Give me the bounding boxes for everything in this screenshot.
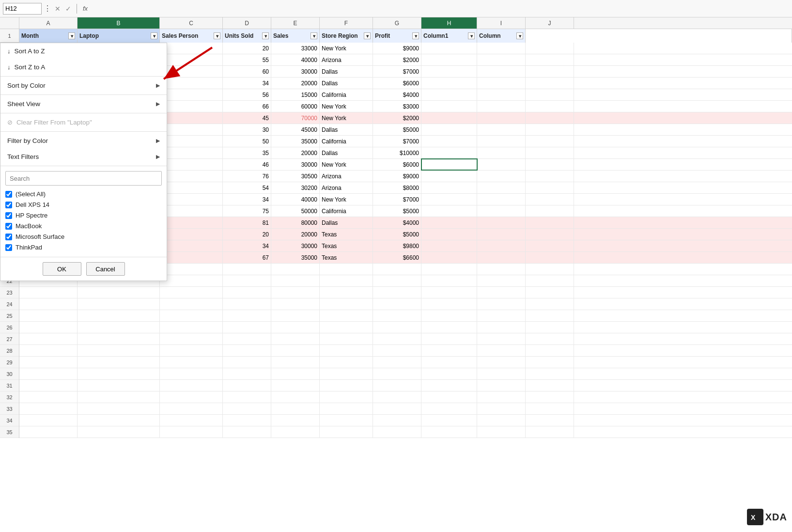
grid-cell[interactable] <box>271 322 320 333</box>
grid-cell[interactable] <box>526 357 574 368</box>
filter-checkbox[interactable] <box>5 244 12 251</box>
grid-cell[interactable] <box>160 205 223 217</box>
grid-cell[interactable] <box>373 345 421 356</box>
grid-cell[interactable]: $2000 <box>373 54 421 65</box>
grid-cell[interactable]: Texas <box>320 229 373 240</box>
grid-cell[interactable] <box>160 54 223 65</box>
grid-cell[interactable] <box>526 310 574 321</box>
grid-cell[interactable] <box>526 252 574 263</box>
grid-cell[interactable] <box>526 194 574 205</box>
grid-cell[interactable] <box>526 415 574 426</box>
grid-cell[interactable] <box>320 357 373 368</box>
grid-cell[interactable]: $5000 <box>373 124 421 135</box>
grid-cell[interactable] <box>271 264 320 275</box>
grid-cell[interactable] <box>160 182 223 193</box>
grid-cell[interactable] <box>526 240 574 251</box>
sheet-view-item[interactable]: Sheet View ▶ <box>0 96 167 112</box>
grid-cell[interactable] <box>160 298 223 310</box>
grid-cell[interactable]: $6000 <box>373 159 421 170</box>
filter-storeregion-button[interactable]: ▾ <box>364 32 371 39</box>
header-column2[interactable]: Column ▾ <box>477 29 526 43</box>
grid-cell[interactable] <box>421 194 477 205</box>
grid-cell[interactable] <box>526 264 574 275</box>
header-salesperson[interactable]: Sales Person ▾ <box>160 29 223 43</box>
grid-cell[interactable]: 34 <box>223 240 271 251</box>
grid-cell[interactable] <box>477 403 526 414</box>
grid-cell[interactable] <box>223 345 271 356</box>
grid-cell[interactable] <box>477 333 526 344</box>
grid-cell[interactable] <box>373 391 421 403</box>
grid-cell[interactable] <box>223 368 271 379</box>
grid-cell[interactable] <box>526 147 574 158</box>
grid-cell[interactable] <box>526 205 574 217</box>
grid-cell[interactable]: 20 <box>223 43 271 54</box>
grid-cell[interactable]: 45000 <box>271 124 320 135</box>
grid-cell[interactable] <box>477 310 526 321</box>
grid-cell[interactable] <box>526 112 574 124</box>
grid-cell[interactable] <box>223 357 271 368</box>
grid-cell[interactable]: 33000 <box>271 43 320 54</box>
grid-cell[interactable] <box>160 159 223 170</box>
col-letter-f[interactable]: F <box>320 17 373 29</box>
grid-cell[interactable] <box>421 217 477 228</box>
grid-cell[interactable] <box>526 275 574 286</box>
list-item[interactable]: MacBook <box>5 221 162 231</box>
grid-cell[interactable] <box>320 287 373 298</box>
grid-cell[interactable] <box>421 368 477 379</box>
grid-cell[interactable] <box>421 147 477 158</box>
sort-by-color-item[interactable]: Sort by Color ▶ <box>0 78 167 94</box>
filter-checkbox[interactable] <box>5 223 12 230</box>
grid-cell[interactable] <box>421 380 477 391</box>
grid-cell[interactable] <box>526 229 574 240</box>
grid-cell[interactable]: 30500 <box>271 171 320 182</box>
grid-cell[interactable] <box>421 426 477 438</box>
grid-cell[interactable] <box>160 322 223 333</box>
grid-cell[interactable] <box>160 333 223 344</box>
grid-cell[interactable] <box>271 380 320 391</box>
grid-cell[interactable] <box>320 391 373 403</box>
grid-cell[interactable] <box>160 403 223 414</box>
grid-cell[interactable] <box>160 66 223 77</box>
grid-cell[interactable] <box>526 124 574 135</box>
list-item[interactable]: (Select All) <box>5 189 162 199</box>
grid-cell[interactable] <box>477 136 526 147</box>
grid-cell[interactable] <box>477 159 526 170</box>
col-letter-c[interactable]: C <box>160 17 223 29</box>
header-column1[interactable]: Column1 ▾ <box>421 29 477 43</box>
grid-cell[interactable] <box>421 275 477 286</box>
grid-cell[interactable] <box>160 89 223 100</box>
grid-cell[interactable]: $9000 <box>373 171 421 182</box>
grid-cell[interactable] <box>526 89 574 100</box>
grid-cell[interactable] <box>526 287 574 298</box>
grid-cell[interactable] <box>160 136 223 147</box>
grid-cell[interactable]: 60000 <box>271 101 320 112</box>
cancel-button[interactable]: Cancel <box>86 262 125 276</box>
grid-cell[interactable] <box>223 391 271 403</box>
grid-cell[interactable] <box>477 217 526 228</box>
grid-cell[interactable] <box>78 287 160 298</box>
grid-cell[interactable] <box>477 426 526 438</box>
grid-cell[interactable] <box>160 287 223 298</box>
grid-cell[interactable] <box>373 287 421 298</box>
grid-cell[interactable]: New York <box>320 101 373 112</box>
grid-cell[interactable] <box>320 426 373 438</box>
grid-cell[interactable] <box>223 333 271 344</box>
grid-cell[interactable] <box>421 54 477 65</box>
grid-cell[interactable]: $7000 <box>373 194 421 205</box>
grid-cell[interactable] <box>223 264 271 275</box>
grid-cell[interactable] <box>373 357 421 368</box>
grid-cell[interactable] <box>271 415 320 426</box>
confirm-formula-icon[interactable]: ✓ <box>64 5 73 13</box>
grid-cell[interactable] <box>271 333 320 344</box>
grid-cell[interactable]: 80000 <box>271 217 320 228</box>
grid-cell[interactable] <box>421 112 477 124</box>
grid-cell[interactable] <box>160 264 223 275</box>
grid-cell[interactable] <box>160 275 223 286</box>
grid-cell[interactable]: 30 <box>223 124 271 135</box>
grid-cell[interactable]: 76 <box>223 171 271 182</box>
grid-cell[interactable] <box>160 43 223 54</box>
grid-cell[interactable] <box>320 264 373 275</box>
grid-cell[interactable] <box>19 287 78 298</box>
text-filters-item[interactable]: Text Filters ▶ <box>0 149 167 165</box>
grid-cell[interactable] <box>477 264 526 275</box>
